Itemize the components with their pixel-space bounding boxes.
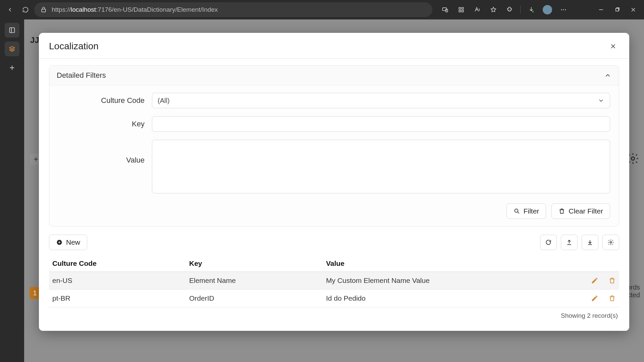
svg-rect-0: [42, 9, 46, 12]
svg-rect-12: [10, 28, 15, 33]
modal-header: Localization: [39, 33, 629, 59]
new-button[interactable]: New: [49, 235, 87, 250]
refresh-table-button[interactable]: [540, 235, 557, 250]
favorite-icon[interactable]: [486, 3, 501, 16]
filters-title: Detailed Filters: [57, 71, 106, 80]
label-key: Key: [58, 120, 152, 128]
extensions-icon[interactable]: [502, 3, 517, 16]
pencil-icon[interactable]: [591, 277, 598, 284]
modal-overlay: Localization Detailed Filters Culture Co…: [24, 19, 644, 362]
gear-icon: [607, 239, 614, 246]
downloads-icon[interactable]: [524, 3, 539, 16]
refresh-icon: [545, 239, 552, 246]
upload-icon: [566, 239, 573, 246]
close-window-button[interactable]: [626, 3, 641, 16]
clear-filter-button-label: Clear Filter: [569, 207, 603, 215]
svg-point-7: [532, 11, 534, 12]
svg-point-10: [565, 9, 566, 10]
search-icon: [514, 208, 520, 215]
close-icon[interactable]: [607, 40, 619, 52]
svg-point-14: [515, 209, 518, 212]
cell-culture: en-US: [49, 272, 186, 290]
upload-button[interactable]: [561, 235, 578, 250]
browser-chrome: https://localhost:7176/en-US/DataDiction…: [0, 0, 644, 19]
trash-icon[interactable]: [608, 277, 616, 284]
filters-toggle[interactable]: Detailed Filters: [49, 66, 619, 85]
modal-title: Localization: [49, 41, 99, 52]
filter-button[interactable]: Filter: [506, 203, 546, 219]
culture-code-selected: (All): [158, 97, 170, 105]
trash-icon: [558, 208, 565, 215]
more-icon[interactable]: [556, 3, 571, 16]
url-text: https://localhost:7176/en-US/DataDiction…: [52, 6, 218, 13]
localization-table: Culture Code Key Value en-USElement Name…: [49, 255, 619, 307]
chrome-right: [438, 3, 641, 16]
device-icon[interactable]: [438, 3, 452, 16]
cell-value: My Custom Element Name Value: [323, 272, 579, 290]
cell-culture: pt-BR: [49, 290, 186, 307]
svg-point-16: [610, 242, 612, 243]
rail-app-icon[interactable]: [5, 42, 19, 56]
chevron-up-icon: [604, 72, 611, 79]
plus-circle-icon: [56, 239, 63, 246]
table-toolbar: New: [49, 235, 619, 250]
download-icon: [587, 239, 593, 246]
download-button[interactable]: [582, 235, 598, 250]
rail-add-icon[interactable]: [5, 60, 19, 75]
refresh-button[interactable]: [19, 3, 32, 16]
filter-button-label: Filter: [524, 207, 539, 215]
table-row: en-USElement NameMy Custom Element Name …: [49, 272, 619, 290]
side-rail: [0, 19, 24, 362]
col-culture[interactable]: Culture Code: [49, 255, 186, 272]
svg-rect-4: [462, 7, 464, 9]
localization-modal: Localization Detailed Filters Culture Co…: [39, 33, 629, 331]
svg-point-9: [563, 9, 564, 10]
apps-icon[interactable]: [454, 3, 469, 16]
back-button[interactable]: [3, 3, 17, 16]
minimize-button[interactable]: [594, 3, 608, 16]
new-button-label: New: [66, 238, 80, 246]
col-key[interactable]: Key: [186, 255, 323, 272]
cell-key: Element Name: [186, 272, 323, 290]
cell-value: Id do Pedido: [323, 290, 579, 307]
url-bar[interactable]: https://localhost:7176/en-US/DataDiction…: [34, 2, 432, 17]
pencil-icon[interactable]: [591, 295, 598, 302]
svg-rect-6: [462, 10, 464, 12]
filters-panel: Detailed Filters Culture Code (All) Key: [49, 65, 619, 227]
key-input[interactable]: [152, 116, 610, 132]
lock-icon: [40, 6, 47, 13]
svg-rect-5: [459, 10, 461, 12]
cell-key: OrderID: [186, 290, 323, 307]
label-value: Value: [58, 140, 152, 165]
culture-code-select[interactable]: (All): [152, 93, 610, 108]
clear-filter-button[interactable]: Clear Filter: [551, 203, 610, 219]
profile-avatar[interactable]: [540, 3, 555, 16]
restore-button[interactable]: [610, 3, 625, 16]
svg-rect-3: [459, 7, 461, 9]
chevron-down-icon: [598, 97, 604, 104]
divider: [520, 6, 521, 14]
value-textarea[interactable]: [152, 140, 610, 193]
trash-icon[interactable]: [608, 295, 616, 302]
settings-button[interactable]: [602, 235, 619, 250]
col-value[interactable]: Value: [323, 255, 579, 272]
read-aloud-icon[interactable]: [470, 3, 485, 16]
rail-tabs-icon[interactable]: [5, 23, 19, 38]
svg-rect-11: [616, 8, 619, 11]
table-footer: Showing 2 record(s): [49, 307, 619, 321]
svg-point-8: [561, 9, 562, 10]
label-culture-code: Culture Code: [58, 96, 152, 105]
table-row: pt-BROrderIDId do Pedido: [49, 290, 619, 307]
